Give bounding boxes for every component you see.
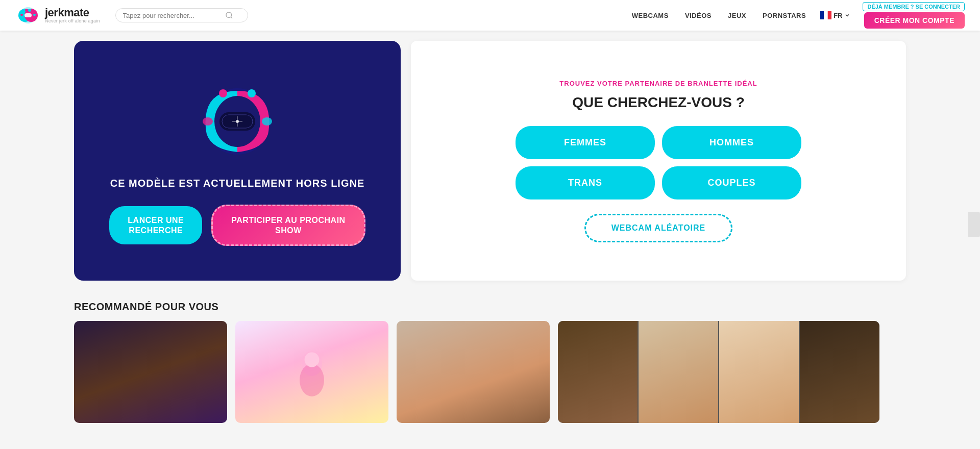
nav-pornstars[interactable]: PORNSTARS (763, 12, 806, 19)
question-label: QUE CHERCHEZ-VOUS ? (572, 94, 745, 111)
main-nav: WEBCAMS VIDÉOS JEUX PORNSTARS (632, 12, 806, 19)
logo-text: jerkmate Never jerk off alone again (45, 7, 100, 24)
random-webcam-button[interactable]: WEBCAM ALÉATOIRE (584, 214, 733, 242)
category-couples[interactable]: COUPLES (662, 166, 801, 199)
lang-label: FR (834, 12, 842, 19)
robot-illustration (186, 76, 288, 167)
logo-title: jerkmate (45, 7, 100, 19)
rec-card-1[interactable] (74, 321, 227, 423)
svg-point-9 (226, 12, 232, 18)
chevron-down-icon (844, 12, 850, 18)
rec-card-multi[interactable] (558, 321, 879, 423)
find-label: TROUVEZ VOTRE PARTENAIRE DE BRANLETTE ID… (559, 80, 757, 87)
join-show-button[interactable]: PARTICIPER AU PROCHAINSHOW (211, 205, 365, 245)
svg-rect-13 (828, 11, 831, 19)
svg-point-24 (262, 117, 272, 126)
signup-button[interactable]: CRÉER MON COMPTE (864, 12, 965, 29)
search-button[interactable]: LANCER UNERECHERCHE (109, 206, 202, 244)
logo-icon (15, 6, 41, 24)
svg-point-5 (25, 9, 28, 12)
svg-point-26 (300, 364, 324, 396)
category-hommes[interactable]: HOMMES (662, 126, 801, 159)
svg-point-27 (305, 353, 320, 367)
category-trans[interactable]: TRANS (516, 166, 655, 199)
search-icon (225, 11, 233, 19)
svg-point-21 (219, 89, 227, 97)
svg-point-23 (203, 117, 213, 126)
svg-rect-12 (824, 11, 827, 19)
header: jerkmate Never jerk off alone again WEBC… (0, 0, 980, 31)
hero-panel: CE MODÈLE EST ACTUELLEMENT HORS LIGNE LA… (74, 41, 401, 281)
svg-rect-4 (24, 13, 32, 17)
svg-rect-8 (33, 14, 36, 16)
nav-videos[interactable]: VIDÉOS (685, 12, 712, 19)
recommended-title: RECOMMANDÉ POUR VOUS (74, 301, 906, 313)
svg-rect-11 (820, 11, 824, 19)
svg-point-22 (248, 89, 256, 97)
rec-card-2[interactable] (235, 321, 388, 423)
search-input[interactable] (123, 12, 225, 19)
login-link[interactable]: DÉJÀ MEMBRE ? SE CONNECTER (863, 2, 965, 11)
header-auth: DÉJÀ MEMBRE ? SE CONNECTER CRÉER MON COM… (863, 2, 965, 29)
language-selector[interactable]: FR (820, 11, 850, 19)
search-bar[interactable] (115, 8, 248, 22)
robot-svg (186, 76, 288, 167)
selector-panel: TROUVEZ VOTRE PARTENAIRE DE BRANLETTE ID… (411, 41, 906, 281)
recommended-section: RECOMMANDÉ POUR VOUS (0, 291, 980, 423)
recommended-grid (74, 321, 906, 423)
flag-icon (820, 11, 831, 19)
category-femmes[interactable]: FEMMES (516, 126, 655, 159)
nav-webcams[interactable]: WEBCAMS (632, 12, 669, 19)
category-grid: FEMMES HOMMES TRANS COUPLES (516, 126, 801, 199)
nav-jeux[interactable]: JEUX (728, 12, 746, 19)
rec-card-3[interactable] (397, 321, 550, 423)
scrollbar[interactable] (968, 212, 980, 237)
offline-message: CE MODÈLE EST ACTUELLEMENT HORS LIGNE (110, 178, 365, 189)
svg-point-6 (28, 9, 31, 12)
svg-rect-7 (20, 14, 23, 16)
logo: jerkmate Never jerk off alone again (15, 6, 100, 24)
svg-line-10 (231, 17, 232, 18)
hero-buttons: LANCER UNERECHERCHE PARTICIPER AU PROCHA… (109, 205, 365, 245)
main-content: CE MODÈLE EST ACTUELLEMENT HORS LIGNE LA… (0, 31, 980, 291)
logo-subtitle: Never jerk off alone again (45, 19, 100, 24)
